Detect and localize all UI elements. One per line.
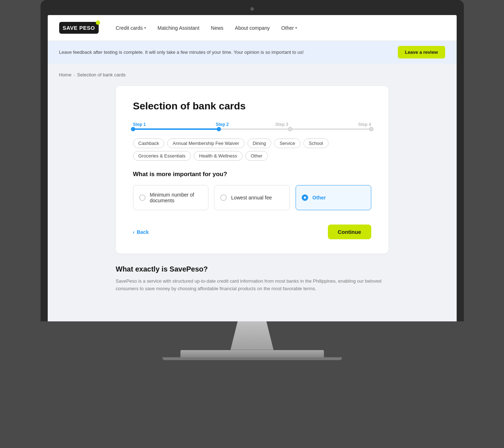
nav-news-label[interactable]: News xyxy=(211,25,223,31)
breadcrumb: Home › Selection of bank cards xyxy=(59,72,445,77)
nav-about-label[interactable]: About company xyxy=(235,25,270,31)
radio-inner-dot xyxy=(304,197,306,199)
nav-item-matching[interactable]: Matching Assistant xyxy=(157,25,199,31)
nav-credit-cards-label: Credit cards xyxy=(116,25,143,31)
radio-min-docs[interactable] xyxy=(139,194,146,201)
question-title: What is more important for you? xyxy=(133,171,371,178)
step-1-label: Step 1 xyxy=(133,122,193,127)
tag-cashback[interactable]: Cashback xyxy=(133,138,165,148)
breadcrumb-current: Selection of bank cards xyxy=(77,72,126,77)
continue-button[interactable]: Continue xyxy=(328,225,371,239)
bottom-text: SavePeso is a service with structured up… xyxy=(116,278,388,293)
breadcrumb-separator: › xyxy=(74,73,75,77)
option-min-docs-label: Minimum number of documents xyxy=(150,192,203,203)
back-button[interactable]: ‹ Back xyxy=(133,229,149,235)
tag-school[interactable]: School xyxy=(303,138,329,148)
radio-lowest-fee[interactable] xyxy=(220,194,227,201)
main-content: Home › Selection of bank cards Selection… xyxy=(48,63,457,321)
tags-row: Cashback Annual Membership Fee Waiver Di… xyxy=(133,138,371,161)
nav-item-other[interactable]: Other ▾ xyxy=(281,25,297,31)
progress-fill xyxy=(133,128,219,130)
stand-foot xyxy=(162,357,342,360)
progress-dot-start xyxy=(131,127,135,131)
nav-matching-label[interactable]: Matching Assistant xyxy=(157,25,199,31)
progress-dot-end xyxy=(369,127,373,131)
stand-neck xyxy=(216,321,288,350)
option-min-docs[interactable]: Minimum number of documents xyxy=(133,185,209,210)
nav-item-credit-cards[interactable]: Credit cards ▾ xyxy=(116,25,146,31)
feedback-banner: Leave feedback after testing is complete… xyxy=(48,41,457,63)
nav-item-news[interactable]: News xyxy=(211,25,223,31)
nav-other-dropdown[interactable]: Other ▾ xyxy=(281,25,297,31)
chevron-down-icon: ▾ xyxy=(144,26,146,30)
options-row: Minimum number of documents Lowest annua… xyxy=(133,185,371,210)
bottom-title: What exactly is SavePeso? xyxy=(116,265,388,273)
option-lowest-fee[interactable]: Lowest annual fee xyxy=(214,185,290,210)
option-other-label: Other xyxy=(312,195,326,201)
nav-credit-cards-dropdown[interactable]: Credit cards ▾ xyxy=(116,25,146,31)
monitor-camera xyxy=(250,7,254,11)
tag-service[interactable]: Service xyxy=(274,138,300,148)
progress-bar-row xyxy=(133,128,371,130)
nav-links: Credit cards ▾ Matching Assistant News A… xyxy=(116,25,297,31)
logo[interactable]: SAVE PESO xyxy=(59,22,99,34)
step-2-label: Step 2 xyxy=(193,122,252,127)
steps-row: Step 1 Step 2 Step 3 Step 4 xyxy=(133,122,371,127)
progress-dot-mid xyxy=(217,127,221,131)
logo-dot xyxy=(96,20,100,25)
bottom-section: What exactly is SavePeso? SavePeso is a … xyxy=(116,265,388,307)
chevron-down-icon: ▾ xyxy=(295,26,297,30)
step-4-label: Step 4 xyxy=(312,122,371,127)
back-chevron-icon: ‹ xyxy=(133,229,135,235)
progress-dot-3 xyxy=(288,127,292,131)
leave-review-button[interactable]: Leave a review xyxy=(398,46,445,58)
tag-groceries[interactable]: Groceries & Essentials xyxy=(133,151,191,161)
logo-text: SAVE PESO xyxy=(63,25,95,31)
feedback-message: Leave feedback after testing is complete… xyxy=(59,49,304,55)
nav-other-label: Other xyxy=(281,25,294,31)
tag-annual-fee-waiver[interactable]: Annual Membership Fee Waiver xyxy=(167,138,244,148)
option-lowest-fee-label: Lowest annual fee xyxy=(231,195,272,201)
navbar: SAVE PESO Credit cards ▾ Matching Assist… xyxy=(48,15,457,41)
option-other[interactable]: Other xyxy=(296,185,371,210)
stand-base xyxy=(180,350,324,357)
tag-dining[interactable]: Dining xyxy=(248,138,272,148)
radio-other[interactable] xyxy=(302,194,308,201)
step-3-label: Step 3 xyxy=(252,122,312,127)
card-footer: ‹ Back Continue xyxy=(133,225,371,239)
page-title: Selection of bank cards xyxy=(133,100,371,112)
progress-track xyxy=(133,128,371,130)
tag-health-wellness[interactable]: Health & Wellness xyxy=(194,151,242,161)
tag-other[interactable]: Other xyxy=(245,151,268,161)
breadcrumb-home[interactable]: Home xyxy=(59,72,72,77)
nav-item-about[interactable]: About company xyxy=(235,25,270,31)
logo-box: SAVE PESO xyxy=(59,22,99,34)
back-label: Back xyxy=(137,229,149,235)
selection-card: Selection of bank cards Step 1 Step 2 St… xyxy=(116,86,388,254)
monitor-stand xyxy=(0,321,504,360)
